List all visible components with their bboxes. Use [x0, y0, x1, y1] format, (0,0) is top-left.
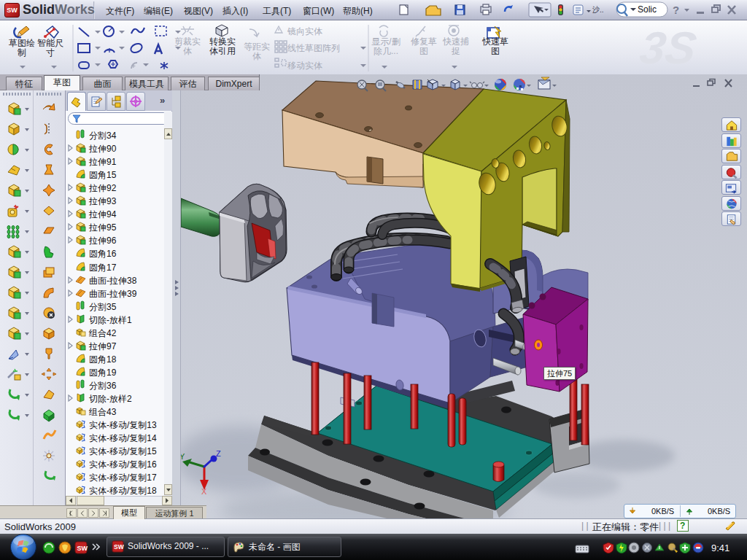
svg-text:SW: SW [114, 543, 124, 551]
svg-text:Z: Z [216, 449, 221, 458]
svg-text:?: ? [673, 4, 679, 16]
svg-text:Y: Y [181, 452, 185, 461]
svg-text:Solic: Solic [638, 4, 657, 15]
svg-text:SW: SW [77, 545, 88, 552]
svg-text:沙..: 沙.. [592, 6, 604, 14]
svg-text:X: X [201, 487, 207, 496]
